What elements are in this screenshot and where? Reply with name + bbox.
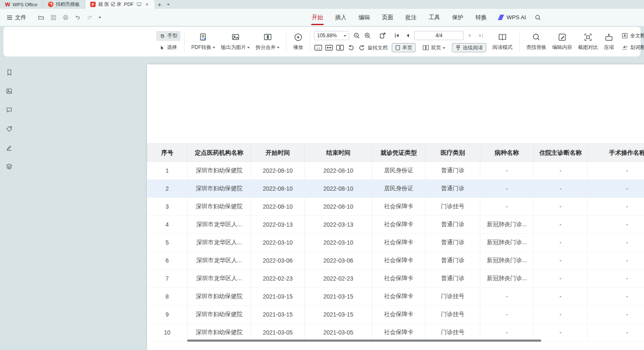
word-translate-button[interactable]: 划词翻译: [619, 43, 644, 53]
menu-tab-开始[interactable]: 开始: [306, 9, 329, 26]
table-cell: 2021-03-15: [251, 288, 305, 306]
caret-down-icon: [277, 47, 279, 50]
export-image-button[interactable]: 输出为图片: [218, 29, 253, 55]
signature-panel-icon[interactable]: [4, 143, 15, 153]
layers-panel-icon[interactable]: [4, 161, 15, 171]
first-page-icon[interactable]: [393, 31, 401, 40]
table-cell: 3: [147, 198, 188, 216]
table-header-row: 序号定点医药机构名称开始时间结束时间就诊凭证类型医疗类别病种名称住院主诊断名称手…: [147, 144, 644, 162]
find-replace-button[interactable]: 查找替换: [523, 29, 549, 55]
tab-wps-office[interactable]: W WPS Office: [0, 0, 43, 9]
split-merge-button[interactable]: 拆分合并: [253, 29, 282, 55]
horizontal-scrollbar[interactable]: [187, 340, 541, 342]
menu-tab-插入[interactable]: 插入: [329, 9, 352, 26]
comments-panel-icon[interactable]: [4, 105, 15, 115]
table-cell: -: [588, 180, 644, 198]
caret-down-icon: [344, 35, 346, 38]
actual-size-icon[interactable]: 1:1: [314, 43, 322, 52]
snapshot-icon[interactable]: [378, 31, 387, 40]
table-header-cell: 手术操作名称: [588, 144, 644, 162]
table-cell: -: [588, 252, 644, 270]
edit-content-button[interactable]: 编辑内容: [549, 29, 575, 55]
search-icon[interactable]: [535, 14, 541, 21]
continuous-read-button[interactable]: 连续阅读: [452, 43, 486, 52]
table-header-cell: 就诊凭证类型: [372, 144, 426, 162]
print-icon[interactable]: [62, 14, 69, 21]
file-menu-button[interactable]: 文件: [4, 12, 29, 23]
select-tool-label: 选择: [167, 44, 177, 51]
table-cell: 2021-03-15: [305, 306, 372, 324]
prev-page-icon[interactable]: [403, 31, 412, 40]
table-cell: 2022-02-23: [251, 270, 305, 288]
table-cell: -: [480, 198, 534, 216]
save-icon[interactable]: [50, 14, 57, 21]
thumbnails-panel-icon[interactable]: [4, 86, 15, 96]
fit-width-icon[interactable]: [325, 43, 333, 52]
full-translate-label: 全文翻译: [630, 32, 644, 39]
file-menu-label: 文件: [15, 14, 26, 21]
table-cell: 2021-03-15: [251, 306, 305, 324]
undo-icon[interactable]: [74, 14, 81, 20]
tab-document-pdf[interactable]: P 就 医 记 录 .PDF ×: [85, 0, 155, 9]
export-image-icon: [231, 33, 240, 42]
bookmarks-panel-icon[interactable]: [4, 67, 15, 77]
menu-tab-转换[interactable]: 转换: [469, 9, 493, 26]
pdf-page[interactable]: 序号定点医药机构名称开始时间结束时间就诊凭证类型医疗类别病种名称住院主诊断名称手…: [147, 64, 644, 350]
menu-tab-保护[interactable]: 保护: [446, 9, 469, 26]
qat-icons: [38, 14, 101, 21]
table-header-cell: 开始时间: [251, 144, 305, 162]
table-cell: -: [534, 324, 588, 342]
screenshot-compare-button[interactable]: 截图对比: [575, 29, 601, 55]
quick-access-toolbar: 文件: [4, 9, 101, 26]
full-translate-button[interactable]: 全文翻译: [619, 31, 644, 41]
continuous-read-label: 连续阅读: [463, 44, 483, 51]
read-mode-label: 阅读模式: [492, 44, 512, 51]
table-cell: 门诊挂号: [426, 198, 480, 216]
play-button[interactable]: 播放: [290, 29, 306, 55]
single-page-button[interactable]: 单页: [392, 43, 416, 52]
rotate-doc-label[interactable]: 旋转文档: [368, 44, 388, 51]
page-number-input[interactable]: 4/4: [414, 31, 464, 40]
fit-page-icon[interactable]: [336, 43, 344, 52]
last-page-icon[interactable]: [477, 31, 485, 40]
select-tool-button[interactable]: 选择: [156, 43, 180, 53]
wps-logo-icon: W: [5, 2, 10, 7]
zoom-out-icon[interactable]: [352, 31, 361, 40]
tab-docer-templates[interactable]: 找稻壳模板: [43, 0, 86, 9]
table-cell: 门诊挂号: [426, 324, 480, 342]
menu-tab-批注[interactable]: 批注: [399, 9, 423, 26]
table-cell: 2022-08-10: [305, 180, 372, 198]
compress-button[interactable]: 压缩: [601, 29, 617, 55]
read-mode-button[interactable]: 阅读模式: [489, 29, 515, 55]
redo-icon[interactable]: [86, 14, 93, 20]
menu-tab-编辑[interactable]: 编辑: [352, 9, 376, 26]
monitor-icon[interactable]: [136, 2, 142, 7]
zoom-in-icon[interactable]: [363, 31, 372, 40]
tab-list-caret-icon[interactable]: [165, 0, 172, 9]
word-translate-icon: [621, 44, 628, 51]
next-page-icon[interactable]: [466, 31, 474, 40]
hand-tool-button[interactable]: 手型: [156, 31, 180, 41]
table-cell: -: [534, 198, 588, 216]
double-page-button[interactable]: 双页: [419, 43, 449, 52]
table-cell: 社会保障卡: [372, 324, 426, 342]
menu-tab-工具[interactable]: 工具: [423, 9, 446, 26]
translate-group: 全文翻译 划词翻译: [619, 31, 644, 53]
menubar: 文件 开始插入编辑页面批注工具保: [0, 9, 644, 26]
compress-label: 压缩: [604, 44, 614, 51]
pdf-convert-icon: [199, 33, 208, 42]
find-replace-icon: [532, 33, 541, 42]
menu-tab-页面[interactable]: 页面: [376, 9, 399, 26]
wps-ai-button[interactable]: WPS AI: [498, 14, 526, 20]
new-tab-button[interactable]: +: [155, 0, 165, 9]
zoom-level-select[interactable]: 105.88%: [314, 31, 349, 40]
pdf-convert-button[interactable]: PDF转换: [188, 29, 218, 55]
open-file-icon[interactable]: [38, 14, 45, 21]
rotate-left-icon[interactable]: [347, 43, 355, 52]
close-tab-icon[interactable]: ×: [145, 1, 150, 8]
rotate-right-icon[interactable]: [357, 43, 366, 52]
table-cell: 普通门诊: [426, 162, 480, 180]
tags-panel-icon[interactable]: [4, 124, 15, 134]
document-viewport[interactable]: 序号定点医药机构名称开始时间结束时间就诊凭证类型医疗类别病种名称住院主诊断名称手…: [18, 56, 644, 350]
undo-history-caret-icon[interactable]: [99, 15, 101, 20]
